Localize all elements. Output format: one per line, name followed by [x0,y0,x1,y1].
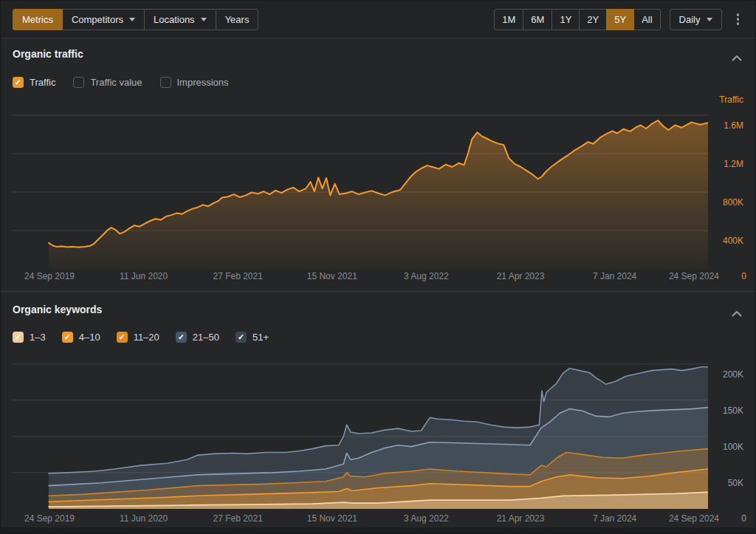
organic-traffic-title: Organic traffic [13,48,83,60]
menu-button-group: Metrics Competitors Locations Years [13,9,258,30]
y-axis-zero-label: 0 [741,271,746,281]
legend-item-4-10[interactable]: ✓ 4–10 [62,332,100,343]
range-2y-button[interactable]: 2Y [579,9,607,30]
y-axis-tick: 800K [723,197,743,208]
y-axis-tick: 400K [723,236,743,246]
chevron-down-icon [129,18,135,21]
checkbox-checked-icon: ✓ [13,77,24,88]
range-label: 6M [531,14,544,25]
range-label: 2Y [587,14,599,25]
x-axis-tick: 21 Apr 2023 [497,513,545,524]
locations-dropdown[interactable]: Locations [144,9,216,30]
collapse-keywords-chevron-up-icon[interactable] [729,304,745,323]
legend-item-traffic[interactable]: ✓ Traffic [13,77,55,88]
legend-label: Traffic value [90,77,142,88]
x-axis-tick: 27 Feb 2021 [213,513,262,524]
x-axis-tick: 3 Aug 2022 [404,271,449,281]
range-1m-button[interactable]: 1M [494,9,523,30]
date-range-group: 1M 6M 1Y 2Y 5Y All [494,9,660,30]
traffic-legend: ✓ Traffic Traffic value Impressions [13,77,229,88]
legend-label: Traffic [30,77,55,88]
checkbox-checked-icon: ✓ [62,332,73,343]
years-button[interactable]: Years [216,9,259,30]
x-axis-tick: 24 Sep 2019 [24,271,75,281]
collapse-traffic-chevron-up-icon[interactable] [729,48,745,67]
series-area-Traffic [49,120,708,269]
range-label: 5Y [614,14,626,25]
legend-label: 4–10 [79,332,100,343]
more-options-icon[interactable] [732,9,744,30]
y-axis-tick: 200K [723,369,743,380]
range-label: All [642,14,652,25]
granularity-label: Daily [679,14,701,25]
granularity-dropdown[interactable]: Daily [670,9,722,30]
x-axis-tick: 24 Sep 2024 [669,271,719,281]
years-label: Years [225,14,250,25]
competitors-dropdown[interactable]: Competitors [62,9,145,30]
legend-item-51plus[interactable]: ✓ 51+ [236,332,269,343]
x-axis-tick: 7 Jan 2024 [593,271,636,281]
checkbox-unchecked-icon [160,77,171,88]
x-axis-tick: 7 Jan 2024 [593,513,636,524]
legend-item-traffic-value[interactable]: Traffic value [73,77,142,88]
traffic-y-axis: Traffic 1.6M1.2M800K400K [708,104,749,269]
keywords-legend: ✓ 1–3 ✓ 4–10 ✓ 11–20 ✓ 21–50 ✓ 51+ [13,332,269,343]
range-all-button[interactable]: All [633,9,660,30]
x-axis-tick: 27 Feb 2021 [213,271,262,281]
range-6m-button[interactable]: 6M [523,9,552,30]
organic-keywords-chart [12,355,708,509]
y-axis-zero-label: 0 [741,513,746,524]
legend-label: 1–3 [30,332,46,343]
legend-label: Impressions [177,77,229,88]
competitors-label: Competitors [72,14,123,25]
traffic-x-axis: 0 24 Sep 201911 Jun 202027 Feb 202115 No… [12,271,755,283]
range-5y-button[interactable]: 5Y [606,9,634,30]
checkbox-checked-icon: ✓ [236,332,247,343]
legend-item-11-20[interactable]: ✓ 11–20 [117,332,159,343]
y-axis-tick: 1.2M [724,159,743,169]
legend-label: 51+ [252,332,269,343]
checkbox-checked-icon: ✓ [117,332,128,343]
analytics-dashboard: Metrics Competitors Locations Years 1M 6… [0,0,756,534]
checkbox-unchecked-icon [73,77,84,88]
y-axis-tick: 1.6M [724,120,743,131]
x-axis-tick: 11 Jun 2020 [120,271,168,281]
legend-item-1-3[interactable]: ✓ 1–3 [13,332,46,343]
chevron-down-icon [201,18,207,21]
x-axis-tick: 3 Aug 2022 [404,513,449,524]
x-axis-tick: 11 Jun 2020 [120,513,168,524]
keywords-y-axis: 200K150K100K50K [708,355,749,509]
legend-label: 21–50 [193,332,219,343]
range-1y-button[interactable]: 1Y [551,9,580,30]
chevron-down-icon [707,18,712,21]
keywords-x-axis: 0 24 Sep 201911 Jun 202027 Feb 202115 No… [12,513,755,525]
section-divider [1,291,755,292]
y-axis-title: Traffic [719,95,743,105]
legend-item-impressions[interactable]: Impressions [160,77,229,88]
x-axis-tick: 15 Nov 2021 [307,271,357,281]
x-axis-tick: 15 Nov 2021 [307,513,357,524]
metrics-button-label: Metrics [22,14,53,25]
toolbar-left-group: Metrics Competitors Locations Years [13,9,258,30]
x-axis-tick: 24 Sep 2019 [24,513,75,524]
organic-traffic-chart [12,104,708,269]
locations-label: Locations [154,14,195,25]
legend-item-21-50[interactable]: ✓ 21–50 [176,332,219,343]
toolbar-right-group: 1M 6M 1Y 2Y 5Y All Daily [494,9,743,30]
x-axis-tick: 24 Sep 2024 [669,513,719,524]
range-label: 1M [502,14,515,25]
checkbox-checked-icon: ✓ [13,332,24,343]
bottom-edge [1,527,755,533]
y-axis-tick: 50K [728,478,743,488]
checkbox-checked-icon: ✓ [176,332,187,343]
x-axis-tick: 21 Apr 2023 [497,271,545,281]
legend-label: 11–20 [134,332,159,343]
y-axis-tick: 150K [723,405,743,416]
y-axis-tick: 100K [723,442,743,452]
range-label: 1Y [560,14,571,25]
top-toolbar: Metrics Competitors Locations Years 1M 6… [1,1,755,38]
metrics-button[interactable]: Metrics [13,9,63,30]
organic-keywords-title: Organic keywords [13,304,102,315]
